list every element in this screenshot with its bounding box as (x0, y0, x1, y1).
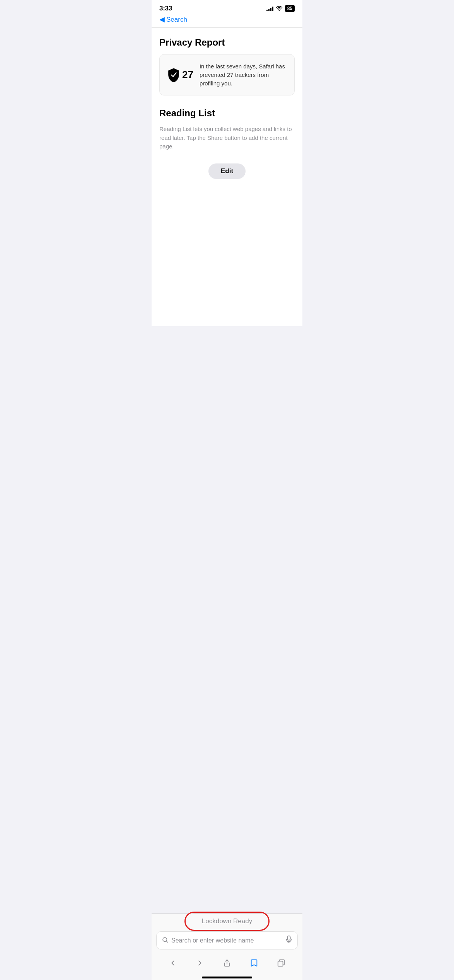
nav-bar: ◀ Search (152, 14, 302, 28)
back-label: Search (166, 16, 187, 24)
wifi-icon (276, 6, 283, 11)
status-time: 3:33 (159, 5, 172, 12)
privacy-report-card: 27 In the last seven days, Safari has pr… (159, 54, 295, 95)
edit-button-container: Edit (159, 163, 295, 179)
shield-icon (167, 68, 180, 82)
back-button[interactable]: ◀ Search (159, 15, 295, 24)
back-chevron-icon: ◀ (159, 15, 165, 24)
content-spacer (152, 249, 302, 326)
status-bar: 3:33 85 (152, 0, 302, 14)
privacy-report-section: Privacy Report 27 In the last seven days… (159, 37, 295, 95)
svg-point-0 (278, 10, 280, 11)
privacy-description: In the last seven days, Safari has preve… (200, 62, 287, 87)
reading-list-title: Reading List (159, 108, 295, 119)
tracker-badge: 27 (167, 68, 193, 82)
status-icons: 85 (266, 5, 295, 12)
tracker-count: 27 (182, 69, 193, 81)
battery-indicator: 85 (285, 5, 295, 12)
signal-bars-icon (266, 6, 273, 11)
edit-button[interactable]: Edit (208, 163, 246, 179)
privacy-report-title: Privacy Report (159, 37, 295, 48)
reading-list-section: Reading List Reading List lets you colle… (159, 108, 295, 151)
main-content: Privacy Report 27 In the last seven days… (152, 28, 302, 249)
reading-list-description: Reading List lets you collect web pages … (159, 125, 295, 151)
page: 3:33 85 ◀ Search (152, 0, 302, 326)
